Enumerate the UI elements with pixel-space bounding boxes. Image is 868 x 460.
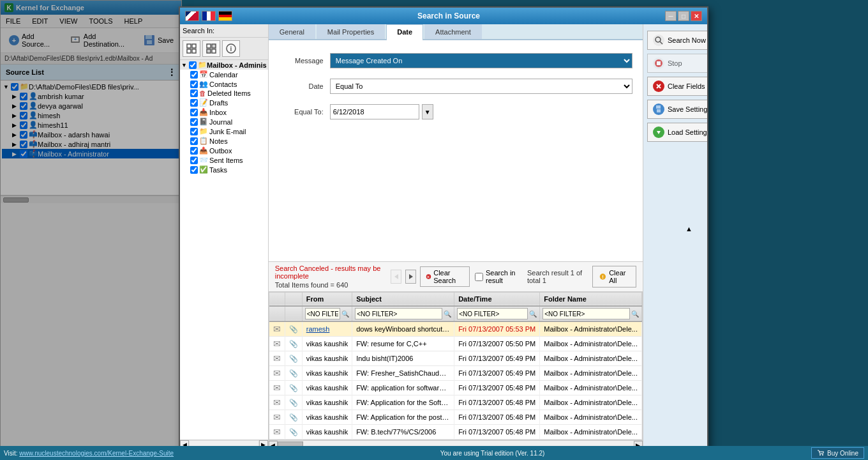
dialog-tree-item-6[interactable]: 📁 Junk E-mail	[180, 126, 268, 136]
date-select[interactable]: Equal To Before After Between	[330, 79, 632, 94]
dialog-tree-item-9[interactable]: 📨 Sent Items	[180, 155, 268, 165]
dialog-tree-root[interactable]: ▼ 📁 Mailbox - Adminis	[180, 60, 268, 70]
date-dropdown-button[interactable]: ▼	[422, 104, 433, 119]
clear-search-button[interactable]: ✕ Clear Search	[420, 266, 470, 287]
dialog-tree-checkbox-root[interactable]	[189, 61, 197, 69]
journal-icon: 📓	[199, 118, 208, 126]
dialog-tree-check-5[interactable]	[190, 118, 198, 126]
dialog-tree-item-5[interactable]: 📓 Journal	[180, 117, 268, 126]
svg-rect-14	[207, 49, 211, 53]
table-row[interactable]: ✉ 📎 vikas kaushik FW: Fresher_SatishChau…	[269, 366, 642, 381]
cart-icon	[817, 449, 825, 457]
stop-icon	[653, 57, 664, 69]
table-row[interactable]: ✉ 📎 vikas kaushik FW: B.tech/77%/CS/2006…	[269, 425, 642, 440]
filter-from-icon[interactable]: 🔍	[341, 310, 349, 318]
dialog-tree-check-4[interactable]	[190, 109, 198, 116]
dialog-tree-item-0[interactable]: 📅 Calendar	[180, 70, 268, 79]
minimize-button[interactable]: ─	[665, 11, 677, 21]
filter-from-input[interactable]	[305, 308, 340, 319]
result-table-container[interactable]: From Subject Date/Time Fol	[269, 292, 643, 440]
calendar-icon: 📅	[199, 70, 208, 79]
tab-attachment[interactable]: Attachment	[424, 24, 482, 39]
filter-folder-icon[interactable]: 🔍	[631, 310, 639, 318]
stop-button[interactable]: Stop	[647, 54, 707, 73]
table-row[interactable]: ✉ 📎 vikas kaushik FW: resume for C,C++ F…	[269, 337, 642, 351]
svg-rect-32	[656, 105, 661, 109]
nav-prev-button[interactable]	[391, 270, 401, 284]
filter-datetime-icon[interactable]: 🔍	[529, 310, 537, 318]
row-folder-5: Mailbox - Administrator\Dele...	[540, 395, 642, 410]
col-type[interactable]	[269, 293, 285, 306]
tab-date[interactable]: Date	[386, 24, 423, 40]
result-header-right: ✕ Clear Search Search in result Search r…	[391, 266, 636, 288]
row-from-0[interactable]: ramesh	[306, 325, 330, 333]
save-settings-button[interactable]: Save Settings	[647, 100, 707, 119]
filter-datetime-input[interactable]	[457, 308, 528, 319]
message-label: Message	[279, 57, 324, 65]
dialog-tree-expander-root[interactable]: ▼	[181, 62, 189, 68]
filter-subject-icon[interactable]: 🔍	[444, 310, 451, 318]
dialog-tree-item-2[interactable]: 🗑 Deleted Items	[180, 89, 268, 98]
tab-mail-properties[interactable]: Mail Properties	[317, 24, 385, 39]
dialog-tree-check-8[interactable]	[190, 147, 198, 155]
dialog-tree-check-2[interactable]	[190, 89, 198, 97]
col-datetime[interactable]: Date/Time	[454, 293, 540, 306]
col-from[interactable]: From	[302, 293, 352, 306]
dialog-tree-scroll[interactable]: ▼ 📁 Mailbox - Adminis 📅 Calendar 👥 Conta…	[180, 60, 268, 440]
dialog-tree-item-1[interactable]: 👥 Contacts	[180, 79, 268, 89]
bottom-bar: Visit: www.nucleustechnologies.com/Kerne…	[0, 446, 868, 460]
toolbar-info-button[interactable]: i	[222, 40, 240, 57]
filter-subject-input[interactable]	[355, 308, 442, 319]
row-from-7: vikas kaushik	[302, 425, 352, 440]
toolbar-select-all-button[interactable]	[183, 40, 200, 57]
dialog-tree-check-7[interactable]	[190, 137, 198, 145]
result-header-left: Search Canceled - results may be incompl…	[275, 264, 391, 289]
svg-text:!: !	[602, 274, 604, 280]
nav-next-button[interactable]	[405, 270, 416, 284]
dialog-tree-check-10[interactable]	[190, 166, 198, 174]
search-now-button[interactable]: Search Now	[647, 31, 707, 50]
buy-online-button[interactable]: Buy Online	[811, 447, 864, 459]
search-in-result-checkbox[interactable]	[475, 273, 483, 281]
dialog-tree-item-7[interactable]: 📋 Notes	[180, 136, 268, 146]
row-attach-icon-4: 📎	[289, 384, 298, 392]
dialog-tree-label-7: Notes	[209, 137, 228, 145]
table-row[interactable]: ✉ 📎 vikas kaushik FW: application for so…	[269, 381, 642, 395]
table-row[interactable]: ✉ 📎 ramesh dows keyWinboard shortcuts o …	[269, 321, 642, 337]
row-datetime-2: Fri 07/13/2007 05:49 PM	[454, 351, 540, 366]
dialog-tree-check-0[interactable]	[190, 71, 198, 79]
message-select[interactable]: Message Created On	[330, 53, 632, 68]
table-row[interactable]: ✉ 📎 vikas kaushik FW: Application for th…	[269, 395, 642, 410]
clear-all-button[interactable]: ! Clear All	[592, 266, 636, 288]
filter-folder-input[interactable]	[542, 308, 630, 319]
filter-from: 🔍	[305, 308, 349, 319]
clear-fields-button[interactable]: Clear Fields	[647, 77, 707, 96]
dialog-tree-label-root: Mailbox - Adminis	[207, 61, 267, 69]
dialog-tree-item-4[interactable]: 📥 Inbox	[180, 107, 268, 117]
date-input[interactable]	[330, 104, 419, 119]
dialog-tree-check-6[interactable]	[190, 128, 198, 135]
table-row[interactable]: ✉ 📎 vikas kaushik FW: Application for th…	[269, 410, 642, 425]
tab-general[interactable]: General	[269, 24, 315, 39]
dialog-tree-label-9: Sent Items	[209, 157, 243, 164]
row-type-icon-2: ✉	[273, 353, 281, 364]
flag-fr	[202, 11, 216, 21]
load-settings-button[interactable]: Load Settings	[647, 123, 707, 142]
flag-de	[218, 11, 232, 21]
col-folder[interactable]: Folder Name ▲	[540, 293, 642, 306]
row-from-4: vikas kaushik	[302, 381, 352, 395]
website-link[interactable]: www.nucleustechnologies.com/Kernel-Excha…	[19, 450, 174, 457]
toolbar-deselect-button[interactable]	[202, 40, 220, 57]
col-attach[interactable]	[285, 293, 302, 306]
dialog-tree-item-8[interactable]: 📤 Outbox	[180, 146, 268, 155]
dialog-tree-check-1[interactable]	[190, 80, 198, 88]
dialog-tree-check-3[interactable]	[190, 99, 198, 107]
dialog-tree-check-9[interactable]	[190, 157, 198, 164]
svg-rect-12	[207, 44, 211, 48]
table-row[interactable]: ✉ 📎 vikas kaushik Indu bisht(IT)2006 Fri…	[269, 351, 642, 366]
dialog-tree-item-10[interactable]: ✅ Tasks	[180, 165, 268, 174]
svg-text:✕: ✕	[427, 275, 431, 279]
dialog-tree-item-3[interactable]: 📝 Drafts	[180, 98, 268, 107]
equal-to-label: Equal To:	[279, 108, 324, 116]
col-subject[interactable]: Subject	[352, 293, 454, 306]
